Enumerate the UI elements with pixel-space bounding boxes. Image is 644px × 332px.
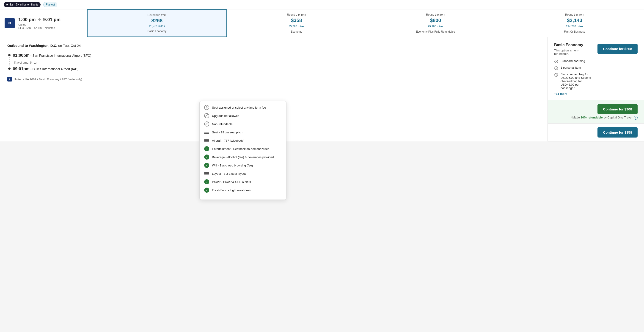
refundable-note-row: *Made 80% refundable by Capital One Trav… [571, 116, 638, 120]
fare-detail-section: Basic Economy This option is non-refunda… [554, 43, 593, 95]
price-card-2[interactable]: Round trip from $800 79,980 miles Econom… [366, 10, 505, 37]
arrive-time: 9:01 pm [43, 17, 61, 22]
travel-time: Travel time: 5h 1m [14, 61, 38, 64]
timeline: 01:00pm - San Francisco International Ai… [7, 53, 540, 71]
continue-economy-2-button[interactable]: Continue for $358 [598, 127, 638, 137]
timeline-connector [9, 57, 10, 66]
circle-ban-icon [204, 121, 209, 126]
flight-times: 1:00 pm ✈ 9:01 pm United SFO - IAD 5h 1m… [18, 17, 60, 30]
dollar-circle-icon: $ [204, 105, 209, 110]
airline-logo: UA [4, 18, 15, 28]
price-card-type-1: Economy [291, 30, 302, 33]
depart-airport: San Francisco International Airport (SFO… [32, 54, 92, 57]
price-card-label-2: Round trip from [426, 13, 445, 16]
outbound-title: Outbound to Washington, D.C. on Tue, Oct… [7, 44, 540, 48]
depart-item: 01:00pm - San Francisco International Ai… [13, 53, 540, 58]
feature-boarding-text: Standard boarding [560, 59, 585, 63]
times-row: 1:00 pm ✈ 9:01 pm [18, 17, 60, 22]
earn-badge: ★ Earn 5X miles on flights [4, 2, 40, 7]
feature-personal-item: 1 personal item [554, 66, 593, 70]
price-card-label-0: Round trip from [148, 14, 166, 17]
flight-details-text: United / UA 2667 / Basic Economy / 787 (… [14, 78, 82, 81]
price-card-amount-2: $800 [430, 18, 441, 24]
basic-economy-continue: Continue for $268 [598, 43, 638, 54]
feature-bag-fee: i First checked bag for USD35.00 and Sec… [554, 73, 593, 90]
price-card-label-1: Round trip from [287, 13, 306, 16]
popup-feature-text-1: Upgrade not allowed [212, 114, 239, 118]
price-card-amount-1: $358 [291, 18, 302, 24]
price-card-type-3: First Or Business [564, 30, 585, 33]
arrive-full-time: 09:01pm [13, 67, 30, 71]
arrive-item: 09:01pm - Dulles International Airport (… [13, 67, 540, 71]
depart-full-time: 01:00pm [13, 53, 30, 58]
depart-dot [8, 54, 10, 56]
feature-bag-fee-text: First checked bag for USD35.00 and Secon… [560, 73, 593, 90]
arrive-dot [8, 68, 10, 70]
price-card-amount-0: $268 [151, 18, 162, 24]
popup-feature-text-2: Non-refundable [212, 122, 232, 126]
popup-feature-1: Upgrade not allowed [204, 113, 282, 118]
price-card-miles-2: 79,980 miles [428, 25, 443, 28]
bag-fee-icon: i [554, 73, 558, 77]
popup-feature-3: Seat - 79 cm seat pitch [204, 130, 282, 135]
right-panel: Basic Economy This option is non-refunda… [548, 37, 644, 141]
features-popup: $Seat assigned or select anytime for a f… [200, 101, 286, 141]
arrive-separator: - [30, 67, 32, 71]
price-card-0[interactable]: Round trip from $268 26,781 miles Basic … [87, 10, 227, 37]
price-card-3[interactable]: Round trip from $2,143 214,280 miles Fir… [505, 10, 644, 37]
personal-item-icon [554, 66, 558, 70]
travel-time-row: Travel time: 5h 1m [13, 61, 540, 64]
price-card-amount-3: $2,143 [567, 18, 582, 24]
popup-feature-0: $Seat assigned or select anytime for a f… [204, 105, 282, 110]
flight-info: UA 1:00 pm ✈ 9:01 pm United SFO - IAD 5h… [0, 10, 87, 37]
popup-feature-2: Non-refundable [204, 121, 282, 126]
price-card-miles-0: 26,781 miles [149, 25, 165, 28]
refundable-highlight: 80% refundable [581, 116, 603, 119]
price-card-1[interactable]: Round trip from $358 35,780 miles Econom… [227, 10, 366, 37]
arrive-airport: Dulles International Airport (IAD) [32, 67, 78, 71]
popup-feature-text-3: Seat - 79 cm seat pitch [212, 131, 242, 134]
popup-feature-4: Aircraft - 787 (widebody) [204, 138, 282, 141]
circle-ban-icon [204, 113, 209, 118]
lines-icon [204, 130, 209, 135]
lines-icon [204, 138, 209, 141]
main-content: Outbound to Washington, D.C. on Tue, Oct… [0, 37, 644, 141]
star-icon: ★ [6, 3, 8, 6]
price-card-type-2: Economy Plus Fully Refundable [416, 30, 455, 33]
continue-economy-button[interactable]: Continue for $308 [598, 104, 638, 114]
price-card-label-3: Round trip from [565, 13, 584, 16]
economy-2-row: Continue for $358 [548, 123, 644, 141]
price-card-miles-3: 214,280 miles [566, 25, 583, 28]
popup-feature-text-0: Seat assigned or select anytime for a fe… [212, 106, 266, 109]
economy-actions: Continue for $308 *Made 80% refundable b… [571, 104, 638, 120]
outbound-date: on Tue, Oct 24 [58, 44, 81, 48]
plane-icon-small: ✈ [7, 77, 12, 82]
price-card-miles-1: 35,780 miles [289, 25, 304, 28]
more-features-link[interactable]: +11 more [554, 92, 593, 95]
price-cards: Round trip from $268 26,781 miles Basic … [87, 10, 644, 37]
flight-sub: United SFO - IAD 5h 1m Nonstop [18, 23, 60, 30]
flight-details-row: ✈ United / UA 2667 / Basic Economy / 787… [7, 77, 540, 82]
refundable-info-icon[interactable]: i [634, 116, 638, 120]
price-card-type-0: Basic Economy [148, 30, 166, 33]
popup-feature-text-4: Aircraft - 787 (widebody) [212, 139, 244, 141]
depart-separator: - [30, 54, 32, 57]
feature-boarding: Standard boarding [554, 59, 593, 64]
economy-row: Continue for $308 *Made 80% refundable b… [548, 100, 644, 123]
depart-time: 1:00 pm [18, 17, 36, 22]
arrow-icon: ✈ [38, 18, 41, 22]
destination: Washington, D.C. [29, 44, 57, 48]
continue-basic-economy-button[interactable]: Continue for $268 [598, 44, 638, 54]
fare-subtitle: This option is non-refundable. [554, 49, 593, 56]
fare-title: Basic Economy [554, 43, 593, 47]
standard-boarding-icon [554, 60, 558, 64]
flight-row: UA 1:00 pm ✈ 9:01 pm United SFO - IAD 5h… [0, 10, 644, 37]
feature-personal-item-text: 1 personal item [560, 66, 581, 69]
basic-economy-row: Basic Economy This option is non-refunda… [548, 37, 644, 100]
fastest-badge: Fastest [43, 2, 57, 7]
top-bar: ★ Earn 5X miles on flights Fastest [0, 0, 644, 10]
